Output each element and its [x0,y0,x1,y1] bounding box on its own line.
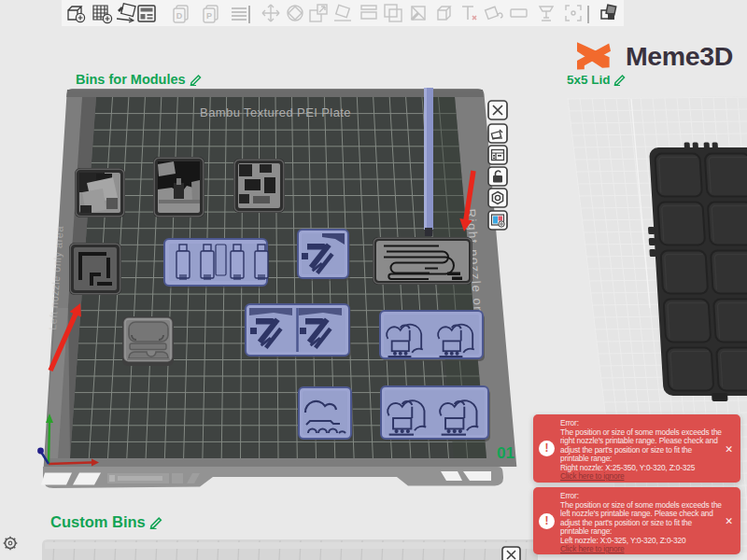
svg-text:P: P [206,11,212,21]
svg-text:D: D [176,11,183,21]
svg-text:Bambu Textured PEI Plate: Bambu Textured PEI Plate [200,105,351,119]
